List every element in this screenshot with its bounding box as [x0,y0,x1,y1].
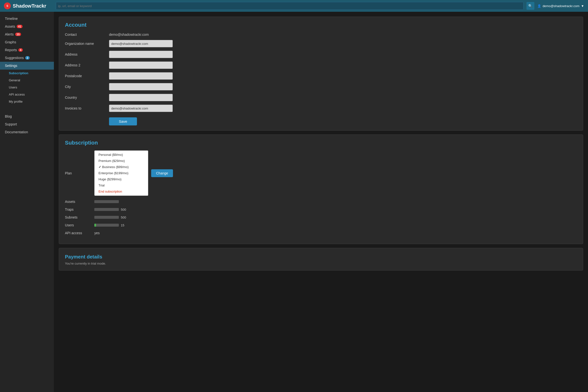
postalcode-input[interactable] [109,72,173,80]
app-name: ShadowTrackr [13,3,46,9]
plan-option-huge[interactable]: Huge ($299/mo) [94,176,148,182]
reports-badge: 4 [18,48,23,52]
org-name-row: Organization name [65,40,577,47]
user-icon: 👤 [537,4,541,8]
sidebar-item-timeline[interactable]: Timeline [0,15,54,22]
org-name-label: Organization name [65,42,109,46]
sidebar-subitem-api-access[interactable]: API access [0,91,54,98]
sidebar-item-suggestions[interactable]: Suggestions 2 [0,54,54,62]
city-row: City [65,83,577,90]
sidebar-item-label: Graphs [5,40,16,44]
address-row: Address [65,51,577,58]
users-row: Users 15 [65,223,577,227]
sidebar-subitem-label: General [9,78,20,82]
logo-area[interactable]: S ShadowTrackr [4,2,53,9]
assets-progress-bar [94,200,119,203]
users-label: Users [65,223,94,227]
subnets-value: 500 [121,216,126,219]
sidebar-subitem-label: API access [9,92,25,96]
sidebar-subitem-label: My profile [9,100,22,104]
users-value: 15 [121,224,124,227]
logo-icon: S [4,2,11,9]
plan-label: Plan [65,171,94,175]
sidebar-subitem-my-profile[interactable]: My profile [0,98,54,105]
plan-option-end-subscription[interactable]: End subscription [94,188,148,194]
save-button[interactable]: Save [109,117,137,126]
sidebar-item-assets[interactable]: Assets 41 [0,22,54,30]
invoices-input[interactable] [109,104,173,112]
plan-option-premium[interactable]: Premium ($29/mo) [94,158,148,164]
country-row: Country [65,94,577,101]
plan-option-enterprise[interactable]: Enterprise ($199/mo) [94,170,148,176]
invoices-row: Invoices to [65,104,577,112]
sidebar-item-graphs[interactable]: Graphs [0,38,54,46]
sidebar-item-documentation[interactable]: Documentation [0,128,54,136]
api-access-row: API access yes [65,231,577,235]
subnets-label: Subnets [65,215,94,219]
sidebar: Timeline Assets 41 Alerts 15 Graphs Repo… [0,12,54,392]
api-access-value: yes [94,231,100,235]
sidebar-item-settings[interactable]: Settings [0,62,54,70]
sidebar-item-reports[interactable]: Reports 4 [0,46,54,54]
assets-row: Assets [65,200,577,204]
plan-option-personal[interactable]: Personal ($9/mo) [94,152,148,158]
address2-input[interactable] [109,62,173,69]
sidebar-subitem-label: Subscription [9,71,28,75]
sidebar-item-blog[interactable]: Blog [0,112,54,120]
sidebar-item-support[interactable]: Support [0,120,54,128]
sidebar-subitem-users[interactable]: Users [0,84,54,91]
alerts-badge: 15 [15,32,21,36]
plan-row: Plan Personal ($9/mo) Premium ($29/mo) B… [65,150,577,196]
sidebar-item-label: Documentation [5,130,28,134]
postalcode-label: Postalcode [65,74,109,78]
search-input[interactable] [58,4,521,8]
users-progress-fill [94,224,96,226]
subnets-progress-bar [94,216,119,219]
traps-progress-bar [94,208,119,211]
svg-text:S: S [6,4,8,7]
postalcode-row: Postalcode [65,72,577,80]
sidebar-subitem-label: Users [9,86,17,89]
payment-title: Payment details [65,254,577,260]
main-content: Account Contact demo@shadowtrackr.com Or… [54,12,588,392]
plan-dropdown[interactable]: Personal ($9/mo) Premium ($29/mo) Busine… [94,150,148,196]
user-menu[interactable]: 👤 demo@shadowtrackr.com ▼ [537,4,584,8]
search-bar [56,2,524,10]
users-progress-bar [94,224,119,226]
sidebar-item-label: Blog [5,114,12,118]
payment-text: You're currently in trial mode. [65,262,577,265]
city-input[interactable] [109,83,173,90]
sidebar-item-label: Support [5,122,17,126]
plan-option-trial[interactable]: Trial [94,182,148,188]
traps-row: Traps 500 [65,208,577,212]
subscription-card: Subscription Plan Personal ($9/mo) Premi… [59,134,583,244]
change-plan-button[interactable]: Change [151,169,173,177]
traps-label: Traps [65,208,94,212]
sidebar-subitem-general[interactable]: General [0,77,54,84]
org-name-input[interactable] [109,40,173,47]
country-input[interactable] [109,94,173,101]
address2-row: Address 2 [65,62,577,69]
plan-dropdown-wrapper: Personal ($9/mo) Premium ($29/mo) Busine… [94,150,148,196]
sidebar-item-label: Alerts [5,32,14,36]
invoices-label: Invoices to [65,106,109,110]
plan-options-list: Personal ($9/mo) Premium ($29/mo) Busine… [94,151,148,196]
search-button[interactable]: 🔍 [526,2,534,10]
subscription-title: Subscription [65,140,577,146]
address-input[interactable] [109,51,173,58]
sidebar-item-label: Assets [5,24,15,28]
search-icon: 🔍 [528,4,532,8]
traps-value: 500 [121,208,126,212]
chevron-down-icon: ▼ [581,4,584,8]
assets-badge: 41 [17,25,22,28]
sidebar-item-label: Settings [5,64,18,68]
suggestions-badge: 2 [25,56,30,60]
contact-row: Contact demo@shadowtrackr.com [65,32,577,36]
sidebar-subitem-subscription[interactable]: Subscription [0,70,54,77]
top-navigation: S ShadowTrackr 🔍 👤 demo@shadowtrackr.com… [0,0,588,12]
sidebar-item-alerts[interactable]: Alerts 15 [0,30,54,38]
subnets-row: Subnets 500 [65,215,577,219]
plan-option-business[interactable]: Business ($99/mo) [94,164,148,170]
contact-value: demo@shadowtrackr.com [109,32,149,36]
country-label: Country [65,96,109,100]
